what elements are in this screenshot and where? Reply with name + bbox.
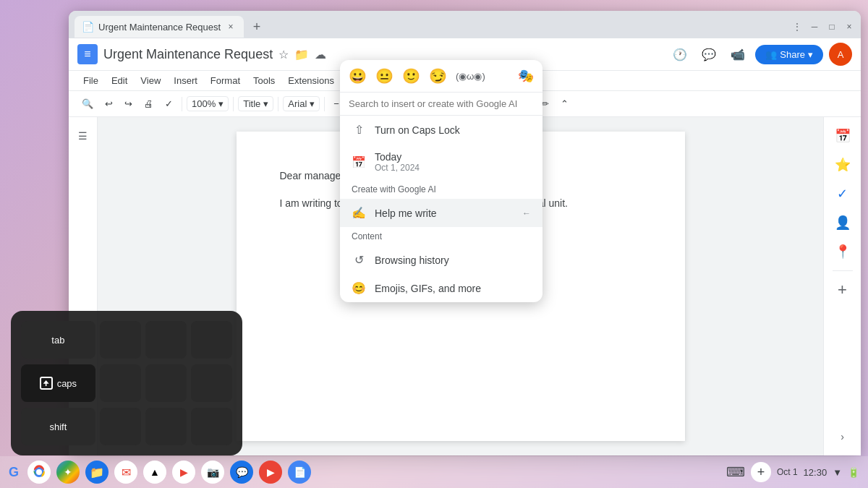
present-icon[interactable]: 📹 [726, 43, 749, 66]
drive-icon[interactable]: ▲ [143, 461, 166, 484]
docs-title-actions: ☆ 📁 ☁ [278, 48, 326, 61]
print-button[interactable]: 🖨 [140, 95, 158, 112]
zoom-value: 100% [192, 98, 216, 109]
expand-sidebar-button[interactable]: › [830, 424, 856, 450]
today-item[interactable]: 📅 Today Oct 1, 2024 [340, 144, 542, 180]
outline-icon[interactable]: ☰ [73, 126, 93, 146]
search-input[interactable] [349, 98, 534, 109]
tab-close-button[interactable]: × [225, 21, 237, 33]
calendar-sidebar-icon[interactable]: 📅 [830, 123, 856, 149]
key-a[interactable] [100, 364, 141, 402]
menu-insert[interactable]: Insert [168, 72, 203, 89]
contacts-sidebar-icon[interactable]: 👤 [830, 210, 856, 236]
share-label: Share [780, 49, 805, 60]
kaomoji-button[interactable]: (◉ω◉) [456, 71, 485, 82]
scroll-track[interactable] [817, 233, 823, 455]
add-sidebar-button[interactable]: + [830, 277, 856, 303]
custom-emoji-button[interactable]: 🎭 [518, 68, 534, 84]
key-z[interactable] [100, 408, 141, 445]
chrome-icon[interactable] [27, 461, 51, 484]
new-tab-button[interactable]: + [247, 17, 267, 37]
help-write-icon: ✍ [352, 206, 366, 220]
spellcheck-button[interactable]: ✓ [161, 95, 177, 112]
photos-icon[interactable]: 📷 [201, 461, 224, 484]
browser-controls: ⋮ ─ □ × [791, 21, 855, 33]
star-icon[interactable]: ☆ [278, 48, 289, 61]
key-d[interactable] [191, 364, 232, 402]
browsing-history-item[interactable]: ↺ Browsing history [340, 246, 542, 274]
key-q[interactable] [100, 321, 141, 359]
search-toolbar-button[interactable]: 🔍 [77, 95, 98, 112]
keyboard-status-icon[interactable]: ⌨ [726, 464, 745, 480]
menu-extensions[interactable]: Extensions [282, 72, 340, 89]
font-value: Arial [288, 98, 307, 109]
cloud-icon[interactable]: ☁ [315, 48, 326, 61]
emoji-smile[interactable]: 🙂 [402, 67, 420, 85]
search-box [340, 93, 542, 116]
menu-file[interactable]: File [77, 72, 104, 89]
key-e[interactable] [191, 321, 232, 359]
maps-sidebar-icon[interactable]: 📍 [830, 239, 856, 265]
insert-popup: 😀 😐 🙂 😏 (◉ω◉) 🎭 ⇧ Turn on Caps Lock 📅 To… [340, 60, 542, 302]
youtube-icon[interactable]: ▶ [259, 461, 282, 484]
emoji-bar: 😀 😐 🙂 😏 (◉ω◉) 🎭 [340, 60, 542, 93]
style-dropdown[interactable]: Title ▾ [238, 96, 273, 111]
active-tab[interactable]: 📄 Urgent Maintenance Request × [75, 16, 244, 38]
zoom-dropdown[interactable]: 100% ▾ [187, 96, 229, 111]
wifi-icon: ▼ [833, 467, 842, 478]
taskbar-time: 12:30 [804, 467, 827, 478]
font-dropdown[interactable]: Arial ▾ [283, 96, 320, 111]
google-g-logo[interactable]: G [9, 465, 19, 480]
browsing-history-label: Browsing history [375, 254, 531, 266]
add-account-icon[interactable]: + [751, 462, 771, 482]
tasks-sidebar-icon[interactable]: ✓ [830, 181, 856, 207]
play-icon[interactable]: ▶ [172, 461, 195, 484]
menu-tools[interactable]: Tools [247, 72, 281, 89]
messages-icon[interactable]: 💬 [230, 461, 253, 484]
assistant-icon[interactable]: ✦ [56, 461, 80, 484]
emojis-item[interactable]: 😊 Emojis, GIFs, and more [340, 274, 542, 302]
emoji-smirk[interactable]: 😏 [429, 67, 447, 85]
toolbar-sep-2 [233, 97, 234, 111]
undo-button[interactable]: ↩ [101, 95, 117, 112]
battery-icon: 🔋 [848, 467, 859, 478]
key-x[interactable] [145, 408, 187, 445]
menu-format[interactable]: Format [205, 72, 246, 89]
emoji-neutral[interactable]: 😐 [375, 67, 393, 85]
tab-key[interactable]: tab [21, 321, 95, 359]
shift-key-label: shift [49, 421, 67, 432]
key-c[interactable] [191, 408, 232, 445]
toolbar-sep-4 [324, 97, 325, 111]
key-w[interactable] [145, 321, 187, 359]
expand-toolbar-button[interactable]: ⌃ [556, 95, 573, 112]
key-s[interactable] [145, 364, 187, 402]
files-icon[interactable]: 📁 [85, 461, 109, 484]
emoji-grin[interactable]: 😀 [349, 67, 367, 85]
folder-icon[interactable]: 📁 [294, 48, 309, 61]
right-sidebar-divider [833, 270, 853, 271]
caps-key[interactable]: caps [21, 364, 95, 402]
keyboard-row-3: shift [21, 408, 232, 445]
gmail-icon[interactable]: ✉ [114, 461, 137, 484]
minimize-button[interactable]: ─ [809, 21, 820, 33]
toolbar-sep-1 [182, 97, 182, 111]
close-window-button[interactable]: × [843, 21, 855, 33]
redo-button[interactable]: ↪ [120, 95, 137, 112]
shift-key[interactable]: shift [21, 408, 95, 445]
notes-sidebar-icon[interactable]: ⭐ [830, 152, 856, 178]
menu-edit[interactable]: Edit [106, 72, 133, 89]
tab-key-label: tab [51, 335, 64, 346]
caps-lock-item[interactable]: ⇧ Turn on Caps Lock [340, 116, 542, 144]
help-me-write-item[interactable]: ✍ Help me write ← [340, 199, 542, 227]
help-write-label: Help me write [375, 207, 514, 219]
caps-lock-symbol [40, 377, 53, 390]
share-button[interactable]: 👥 Share ▾ [755, 45, 823, 64]
maximize-button[interactable]: □ [826, 21, 838, 33]
more-options-icon[interactable]: ⋮ [791, 21, 803, 33]
menu-view[interactable]: View [135, 72, 166, 89]
user-avatar[interactable]: A [829, 43, 852, 66]
docs-taskbar-icon[interactable]: 📄 [288, 461, 311, 484]
share-icon: 👥 [765, 49, 777, 60]
comments-icon[interactable]: 💬 [697, 43, 720, 66]
history-icon[interactable]: 🕐 [668, 43, 692, 66]
